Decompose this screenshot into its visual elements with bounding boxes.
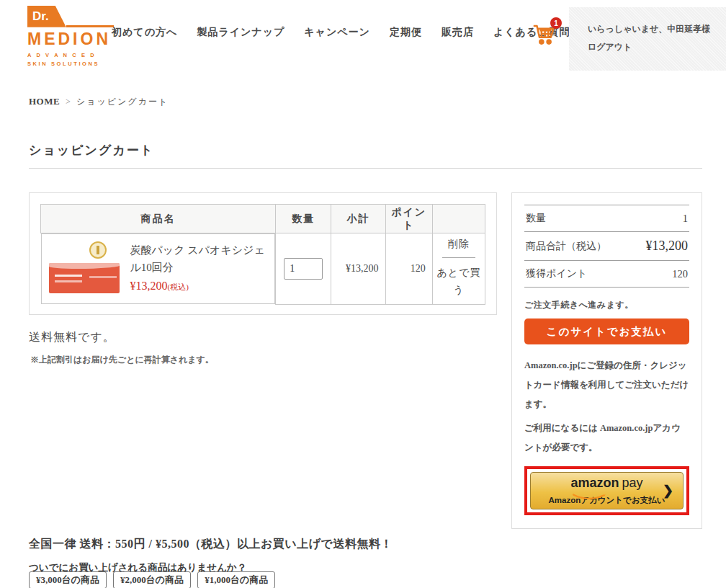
cart-item-row: 炭酸パック スパオキシジェル10回分 ¥13,200(税込) ¥13,200 1… [41, 233, 485, 305]
delete-item-link[interactable]: 削除 [436, 238, 482, 251]
col-header-actions [432, 205, 485, 233]
breadcrumb-separator: > [66, 97, 71, 107]
summary-total-value: ¥13,200 [646, 239, 689, 254]
breadcrumb: HOME > ショッピングカート [29, 96, 169, 108]
title-divider [29, 168, 702, 169]
product-info: 炭酸パック スパオキシジェル10回分 ¥13,200(税込) [123, 242, 269, 295]
logo-name: MEDION [27, 30, 114, 49]
welcome-message: いらっしゃいませ、中田延孝様 [588, 20, 726, 38]
product-price: ¥13,200(税込) [130, 277, 269, 295]
recalculation-note: ※上記割引はお届け先ごとに再計算されます。 [30, 354, 214, 366]
order-summary-panel: 数量 1 商品合計（税込） ¥13,200 獲得ポイント 120 ご注文手続きへ… [511, 192, 702, 529]
product-name-link[interactable]: 炭酸パック スパオキシジェル10回分 [130, 242, 269, 276]
logo-underline [66, 25, 114, 27]
points-cell: 120 [385, 233, 432, 305]
amazon-note-1: Amazon.co.jpにご登録の住所・クレジットカード情報を利用してご注文いた… [524, 356, 689, 414]
logo-dr-flag: Dr. [27, 6, 66, 27]
amazon-pay-button[interactable]: amazon pay Amazonアカウントでお支払い ❯ [530, 472, 684, 509]
nav-item-first-time[interactable]: 初めての方へ [112, 26, 177, 39]
subtotal-cell: ¥13,200 [331, 233, 385, 305]
product-cell: 炭酸パック スパオキシジェル10回分 ¥13,200(税込) [41, 233, 276, 304]
free-shipping-message: 送料無料です。 [29, 330, 115, 345]
highlight-frame: amazon pay Amazonアカウントでお支払い ❯ [524, 466, 689, 515]
nav-item-stores[interactable]: 販売店 [442, 26, 474, 39]
amazon-pay-logo: amazon pay [570, 476, 642, 489]
cart-table: 商品名 数量 小計 ポイント 炭酸パック スパオキシジェル10回分 ¥1 [40, 204, 485, 305]
price-range-1000-button[interactable]: ¥1,000台の商品 [197, 571, 275, 588]
logo-flag-row: Dr. [27, 6, 114, 27]
summary-quantity-label: 数量 [526, 212, 546, 225]
nav-item-product-lineup[interactable]: 製品ラインナップ [197, 26, 284, 39]
chevron-right-icon: ❯ [663, 483, 673, 499]
brand-logo[interactable]: Dr. MEDION A D V A N C E D SKIN SOLUTION… [27, 6, 114, 68]
proceed-note: ご注文手続きへ進みます。 [524, 299, 689, 311]
summary-row-quantity: 数量 1 [524, 205, 689, 232]
amazon-pay-subtitle: Amazonアカウントでお支払い [549, 495, 666, 506]
nav-item-subscription[interactable]: 定期便 [390, 26, 422, 39]
buy-later-link[interactable]: あとで買う [436, 264, 482, 299]
amazon-smile-icon [573, 489, 606, 494]
col-header-points: ポイント [385, 205, 432, 233]
product-image[interactable] [48, 240, 123, 298]
award-medal-icon [89, 241, 107, 259]
price-range-3000-button[interactable]: ¥3,000台の商品 [29, 571, 107, 588]
logout-link[interactable]: ログアウト [588, 38, 726, 56]
summary-points-label: 獲得ポイント [526, 267, 587, 280]
price-range-buttons: ¥3,000台の商品 ¥2,000台の商品 ¥1,000台の商品 [29, 571, 275, 588]
page-title: ショッピングカート [29, 142, 154, 159]
summary-points-value: 120 [672, 268, 688, 280]
welcome-box: いらっしゃいませ、中田延孝様 ログアウト [569, 7, 726, 71]
cart-count-badge: 1 [550, 17, 562, 29]
price-range-2000-button[interactable]: ¥2,000台の商品 [113, 571, 191, 588]
cart-button[interactable]: 1 [530, 20, 560, 50]
product-box-graphic [49, 263, 120, 293]
actions-cell: 削除 あとで買う [432, 233, 485, 305]
cart-icon [530, 37, 557, 50]
main-nav: 初めての方へ 製品ラインナップ キャンペーン 定期便 販売店 よくあるご質問 [112, 26, 570, 39]
cart-panel: 商品名 数量 小計 ポイント 炭酸パック スパオキシジェル10回分 ¥1 [29, 192, 497, 315]
breadcrumb-home-link[interactable]: HOME [29, 96, 60, 107]
amazon-note-2: ご利用になるには Amazon.co.jpアカウントが必要です。 [524, 419, 689, 458]
actions-divider [442, 257, 475, 258]
col-header-subtotal: 小計 [331, 205, 385, 233]
col-header-quantity: 数量 [276, 205, 331, 233]
summary-quantity-value: 1 [683, 213, 688, 225]
summary-row-points: 獲得ポイント 120 [524, 261, 689, 288]
pay-on-site-button[interactable]: このサイトでお支払い [524, 318, 689, 344]
quantity-input[interactable] [284, 258, 323, 280]
nav-item-campaign[interactable]: キャンペーン [304, 26, 370, 39]
quantity-cell [276, 233, 331, 305]
summary-row-total: 商品合計（税込） ¥13,200 [524, 232, 689, 261]
tax-included-label: (税込) [168, 282, 189, 291]
col-header-product-name: 商品名 [41, 205, 276, 233]
shipping-policy-line: 全国一律 送料：550円 / ¥5,500（税込）以上お買い上げで送料無料！ [29, 537, 393, 552]
logo-tagline: A D V A N C E D SKIN SOLUTIONS [27, 51, 114, 68]
summary-total-label: 商品合計（税込） [526, 240, 606, 253]
breadcrumb-current: ショッピングカート [76, 97, 169, 107]
cart-table-header-row: 商品名 数量 小計 ポイント [41, 205, 485, 233]
